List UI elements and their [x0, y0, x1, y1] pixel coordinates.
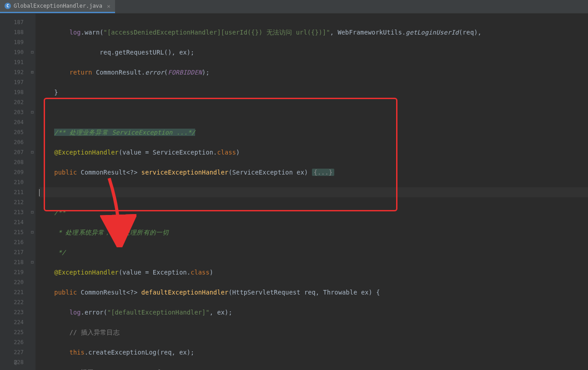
close-icon[interactable]: ×: [107, 3, 111, 10]
override-gutter-icon[interactable]: @: [14, 357, 17, 367]
line-number: 204: [0, 117, 24, 127]
fold-handle-icon[interactable]: ⊟: [29, 227, 35, 237]
line-number: 197: [0, 77, 24, 87]
folded-block[interactable]: {...}: [312, 169, 335, 176]
line-number: 212: [0, 197, 24, 207]
line-number: 223: [0, 307, 24, 317]
text-caret: [39, 189, 40, 196]
line-number: 190: [0, 47, 24, 57]
code-line: @ExceptionHandler(value = Exception.clas…: [39, 267, 588, 277]
code-line: return CommonResult.error(FORBIDDEN);: [39, 67, 588, 77]
tab-filename: GlobalExceptionHandler.java: [14, 3, 102, 9]
line-number: 225: [0, 327, 24, 337]
line-number: 217: [0, 247, 24, 257]
line-number: 191: [0, 57, 24, 67]
code-line: this.createExceptionLog(req, ex);: [39, 347, 588, 357]
fold-handle-icon[interactable]: ⊟: [29, 207, 35, 217]
fold-handle-icon[interactable]: ⊟: [29, 107, 35, 117]
ide-window: C GlobalExceptionHandler.java × 187 188 …: [0, 0, 588, 370]
fold-handle-icon[interactable]: ⊞: [29, 67, 35, 77]
line-number: 192: [0, 67, 24, 77]
line-number: 189: [0, 37, 24, 47]
code-line: /** 处理业务异常 ServiceException ...*/: [39, 127, 588, 137]
code-editor[interactable]: log.warn("[accessDeniedExceptionHandler]…: [35, 14, 588, 370]
code-line: // 返回 ERROR CommonResult: [39, 367, 588, 370]
code-line: public CommonResult<?> defaultExceptionH…: [39, 287, 588, 297]
line-number: 213: [0, 207, 24, 217]
code-line: [39, 107, 588, 117]
line-number: 208: [0, 157, 24, 167]
code-line: // 插入异常日志: [39, 327, 588, 337]
file-tab[interactable]: C GlobalExceptionHandler.java ×: [0, 0, 115, 13]
line-number: 203: [0, 107, 24, 117]
code-line: /**: [39, 207, 588, 217]
line-number: 207: [0, 147, 24, 157]
code-line: */: [39, 247, 588, 257]
line-number: 220: [0, 277, 24, 287]
line-number: 205: [0, 127, 24, 137]
line-number: 209: [0, 167, 24, 177]
code-line: log.warn("[accessDeniedExceptionHandler]…: [39, 27, 588, 37]
line-number: 187: [0, 17, 24, 27]
code-line: @ExceptionHandler(value = ServiceExcepti…: [39, 147, 588, 157]
line-number: 188: [0, 27, 24, 37]
line-number: 202: [0, 97, 24, 107]
code-line: public CommonResult<?> serviceExceptionH…: [39, 167, 588, 177]
editor-body: 187 188 189 190 191 192 197 198 202 203 …: [0, 14, 588, 370]
code-line: req.getRequestURL(), ex);: [39, 47, 588, 57]
tab-bar: C GlobalExceptionHandler.java ×: [0, 0, 588, 14]
line-number: 210: [0, 177, 24, 187]
line-number: 216: [0, 237, 24, 247]
line-number: 224: [0, 317, 24, 327]
line-number: 206: [0, 137, 24, 147]
line-number: 211: [0, 187, 24, 197]
fold-handle-icon[interactable]: ⊟: [29, 257, 35, 267]
code-line: }: [39, 87, 588, 97]
line-number: 227: [0, 347, 24, 357]
line-number: 222: [0, 297, 24, 307]
line-number: 215: [0, 227, 24, 237]
line-number: 214: [0, 217, 24, 227]
fold-handle-icon[interactable]: ⊟: [29, 47, 35, 57]
fold-handle-icon[interactable]: ⊟: [29, 147, 35, 157]
java-class-icon: C: [5, 3, 11, 9]
line-number: 226: [0, 337, 24, 347]
fold-column[interactable]: ⊟ ⊞ ⊟ ⊟ ⊟ ⊟ ⊟: [29, 17, 35, 367]
line-number: 221: [0, 287, 24, 297]
caret-line: [39, 187, 588, 197]
line-number: 198: [0, 87, 24, 97]
code-line: * 处理系统异常，兜底处理所有的一切: [39, 227, 588, 237]
line-number: 218: [0, 257, 24, 267]
line-number: 219: [0, 267, 24, 277]
line-number-gutter[interactable]: 187 188 189 190 191 192 197 198 202 203 …: [0, 14, 35, 370]
code-line: log.error("[defaultExceptionHandler]", e…: [39, 307, 588, 317]
